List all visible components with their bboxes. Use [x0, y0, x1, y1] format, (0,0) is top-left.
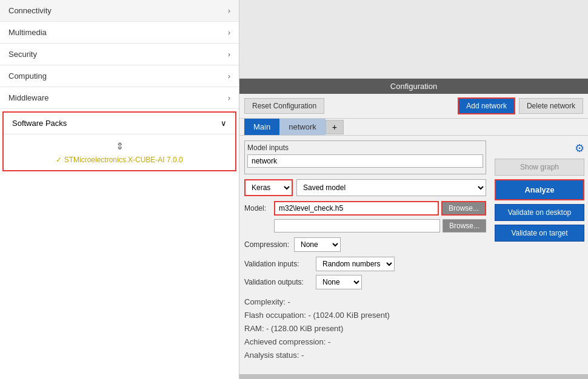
- validation-inputs-label: Validation inputs:: [244, 260, 311, 268]
- compression-select[interactable]: None Low Medium High: [294, 237, 341, 252]
- browse-button-primary[interactable]: Browse...: [441, 201, 486, 216]
- model-path-input[interactable]: [274, 201, 439, 216]
- config-toolbar: Reset Configuration Add network Delete n…: [239, 94, 588, 119]
- tab-main[interactable]: Main: [244, 119, 279, 135]
- nav-item-multimedia[interactable]: Multimedia ›: [0, 22, 239, 44]
- complexity-text: Complexity: -: [244, 295, 486, 309]
- validation-outputs-row: Validation outputs: None Custom: [244, 275, 486, 289]
- software-packs-label: Software Packs: [12, 119, 67, 128]
- nav-item-computing[interactable]: Computing ›: [0, 65, 239, 87]
- config-main: Model inputs Keras TFLite ONNX Saved mod…: [239, 136, 491, 374]
- nav-label-connectivity: Connectivity: [8, 6, 52, 15]
- chevron-icon-multimedia: ›: [228, 28, 230, 37]
- validation-inputs-row: Validation inputs: Random numbers None C…: [244, 257, 486, 271]
- validation-inputs-select[interactable]: Random numbers None Custom: [316, 257, 395, 271]
- analyze-button[interactable]: Analyze: [495, 179, 584, 200]
- chevron-icon-security: ›: [228, 50, 230, 59]
- flash-text: Flash occupation: - (1024.00 KiB present…: [244, 309, 486, 322]
- config-header: Configuration: [239, 79, 588, 94]
- validate-on-desktop-button[interactable]: Validate on desktop: [495, 204, 584, 221]
- model-inputs-group: Model inputs: [244, 140, 486, 174]
- achieved-compression-text: Achieved compression: -: [244, 335, 486, 349]
- software-packs-header[interactable]: Software Packs ∨: [4, 113, 235, 134]
- model-path-input2[interactable]: [274, 219, 440, 232]
- chevron-icon-software-packs: ∨: [221, 119, 227, 128]
- expand-arrows-icon[interactable]: ⇕: [116, 140, 124, 152]
- chevron-icon-computing: ›: [228, 72, 230, 81]
- tabs-bar: Main network +: [239, 119, 588, 136]
- framework-row: Keras TFLite ONNX Saved model Keras H5: [244, 179, 486, 196]
- browse-button-secondary[interactable]: Browse...: [443, 219, 486, 232]
- framework-select[interactable]: Keras TFLite ONNX: [244, 179, 293, 196]
- pack-item: STMicroelectronics.X-CUBE-AI 7.0.0: [56, 156, 182, 164]
- network-name-input[interactable]: [247, 154, 483, 168]
- config-right-sidebar: ⚙ Show graph Analyze Validate on desktop…: [491, 136, 588, 374]
- model-path-row: Model: Browse...: [244, 201, 486, 216]
- tab-network[interactable]: network: [279, 119, 326, 135]
- right-panel: Configuration Reset Configuration Add ne…: [239, 0, 588, 379]
- nav-label-security: Security: [8, 50, 37, 59]
- software-packs-section: Software Packs ∨ ⇕ STMicroelectronics.X-…: [2, 111, 236, 171]
- model-path-row2: Browse...: [244, 219, 486, 232]
- model-label: Model:: [244, 204, 272, 213]
- info-section: Complexity: - Flash occupation: - (1024.…: [244, 295, 486, 362]
- nav-label-middleware: Middleware: [8, 93, 48, 102]
- delete-network-button[interactable]: Delete network: [519, 98, 583, 114]
- chevron-icon-middleware: ›: [228, 94, 230, 102]
- show-graph-button[interactable]: Show graph: [495, 159, 584, 176]
- chevron-icon-connectivity: ›: [228, 7, 230, 15]
- ram-text: RAM: - (128.00 KiB present): [244, 322, 486, 335]
- add-network-button[interactable]: Add network: [458, 97, 515, 114]
- nav-label-computing: Computing: [8, 71, 47, 81]
- nav-label-multimedia: Multimedia: [8, 28, 47, 37]
- analysis-status-text: Analysis status: -: [244, 349, 486, 362]
- tab-add-button[interactable]: +: [326, 120, 344, 134]
- validation-outputs-select[interactable]: None Custom: [316, 275, 362, 289]
- compression-row: Compression: None Low Medium High: [244, 237, 486, 252]
- validation-outputs-label: Validation outputs:: [244, 278, 311, 286]
- compression-label: Compression:: [244, 240, 289, 249]
- reset-configuration-button[interactable]: Reset Configuration: [244, 98, 324, 114]
- nav-item-middleware[interactable]: Middleware ›: [0, 87, 239, 109]
- nav-item-security[interactable]: Security ›: [0, 44, 239, 65]
- saved-model-select[interactable]: Saved model Keras H5: [296, 179, 486, 196]
- config-section: Configuration Reset Configuration Add ne…: [239, 79, 588, 379]
- gear-icon[interactable]: ⚙: [495, 142, 584, 155]
- model-inputs-legend: Model inputs: [247, 143, 483, 152]
- software-packs-content: ⇕ STMicroelectronics.X-CUBE-AI 7.0.0: [4, 134, 235, 170]
- left-panel: Connectivity › Multimedia › Security › C…: [0, 0, 239, 379]
- validate-on-target-button[interactable]: Validate on target: [495, 225, 584, 242]
- top-area: [239, 0, 588, 79]
- config-body: Model inputs Keras TFLite ONNX Saved mod…: [239, 136, 588, 374]
- horizontal-scrollbar[interactable]: [239, 374, 588, 379]
- nav-item-connectivity[interactable]: Connectivity ›: [0, 0, 239, 22]
